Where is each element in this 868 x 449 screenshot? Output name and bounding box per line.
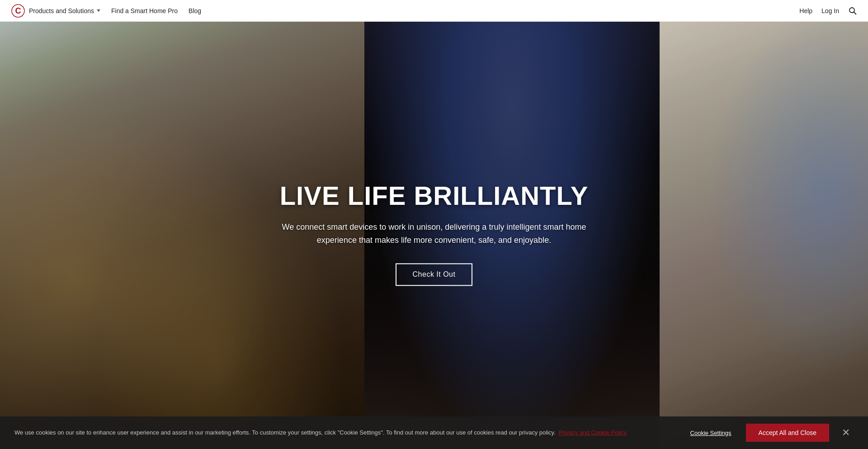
hero-subtitle: We connect smart devices to work in unis… (280, 221, 588, 247)
hero-section: LIVE LIFE BRILLIANTLY We connect smart d… (0, 0, 868, 449)
nav-blog[interactable]: Blog (185, 5, 205, 16)
brand-logo[interactable]: C (11, 4, 25, 18)
nav-products[interactable]: Products and Solutions (25, 5, 104, 16)
nav-help[interactable]: Help (799, 7, 812, 14)
svg-line-3 (854, 12, 856, 14)
cookie-accept-button[interactable]: Accept All and Close (746, 424, 829, 442)
cookie-close-button[interactable]: ✕ (838, 425, 854, 440)
cookie-text: We use cookies on our site to enhance us… (14, 428, 676, 437)
svg-text:C: C (15, 6, 21, 15)
nav-find-pro[interactable]: Find a Smart Home Pro (108, 5, 181, 16)
nav-login[interactable]: Log In (821, 7, 839, 14)
nav-left: Products and Solutions Find a Smart Home… (25, 5, 799, 16)
hero-cta-button[interactable]: Check It Out (396, 263, 473, 286)
chevron-down-icon (97, 9, 100, 12)
search-icon (849, 7, 857, 15)
nav-right: Help Log In (799, 6, 857, 15)
hero-content: LIVE LIFE BRILLIANTLY We connect smart d… (262, 181, 606, 286)
cookie-policy-link[interactable]: Privacy and Cookie Policy (559, 429, 627, 436)
search-button[interactable] (848, 6, 857, 15)
navbar: C Products and Solutions Find a Smart Ho… (0, 0, 868, 22)
cookie-settings-button[interactable]: Cookie Settings (685, 426, 737, 440)
cookie-banner: We use cookies on our site to enhance us… (0, 416, 868, 449)
hero-title: LIVE LIFE BRILLIANTLY (262, 181, 606, 210)
